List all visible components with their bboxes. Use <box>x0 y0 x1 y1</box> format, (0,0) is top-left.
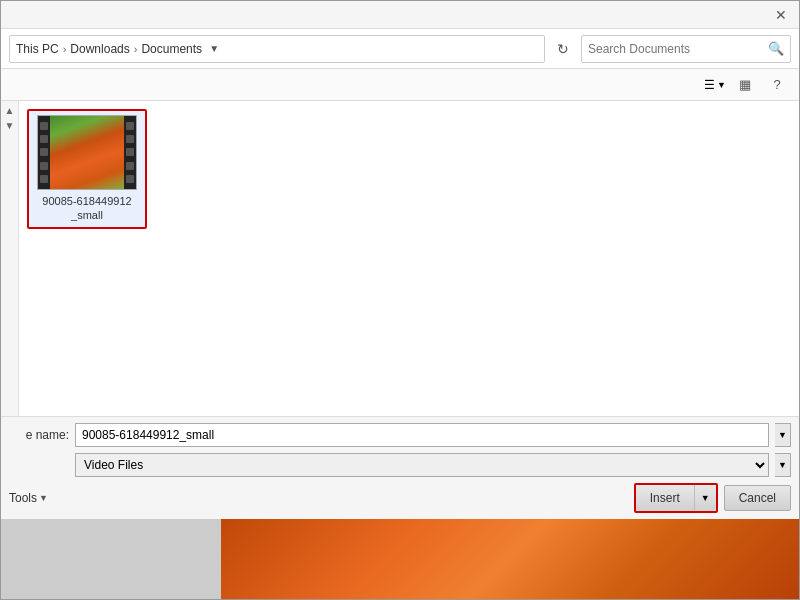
refresh-button[interactable]: ↻ <box>549 35 577 63</box>
video-content <box>50 116 124 189</box>
breadcrumb-this-pc: This PC <box>16 42 59 56</box>
view-dropdown-arrow: ▼ <box>717 80 726 90</box>
tools-dropdown-arrow[interactable]: ▼ <box>39 493 48 503</box>
film-strip-right <box>124 116 136 189</box>
address-row: This PC › Downloads › Documents ▼ ↻ 🔍 <box>1 29 799 69</box>
filetype-arrow[interactable]: ▼ <box>775 453 791 477</box>
search-box: 🔍 <box>581 35 791 63</box>
toolbar-row: ☰ ▼ ▦ ? <box>1 69 799 101</box>
filetype-select[interactable]: Video Files <box>75 453 769 477</box>
sidebar-up-arrow[interactable]: ▲ <box>5 105 15 116</box>
cancel-button[interactable]: Cancel <box>724 485 791 511</box>
preview-strip <box>1 519 799 599</box>
film-hole <box>126 135 134 143</box>
filetype-row: Video Files ▼ <box>9 453 791 477</box>
preview-right <box>221 519 799 599</box>
title-bar: ✕ <box>1 1 799 29</box>
filename-row: e name: ▼ <box>9 423 791 447</box>
content-area: ▲ ▼ <box>1 101 799 416</box>
file-name-label: 90085-618449912 _small <box>42 194 131 223</box>
file-thumbnail <box>37 115 137 190</box>
file-item[interactable]: 90085-618449912 _small <box>27 109 147 229</box>
search-input[interactable] <box>588 42 768 56</box>
breadcrumb[interactable]: This PC › Downloads › Documents ▼ <box>9 35 545 63</box>
breadcrumb-sep-2: › <box>134 43 138 55</box>
filename-dropdown[interactable]: ▼ <box>775 423 791 447</box>
sidebar: ▲ ▼ <box>1 101 19 416</box>
breadcrumb-sep-1: › <box>63 43 67 55</box>
film-hole <box>40 148 48 156</box>
breadcrumb-downloads: Downloads <box>70 42 129 56</box>
action-row: Tools ▼ Insert ▼ Cancel <box>9 483 791 513</box>
filename-input[interactable] <box>75 423 769 447</box>
film-hole <box>126 148 134 156</box>
breadcrumb-dropdown[interactable]: ▼ <box>206 41 222 57</box>
film-hole <box>126 162 134 170</box>
insert-button[interactable]: Insert <box>636 485 694 511</box>
help-button[interactable]: ? <box>763 73 791 97</box>
preview-image <box>221 519 799 599</box>
bottom-area: e name: ▼ Video Files ▼ Tools ▼ Insert ▼… <box>1 416 799 519</box>
file-area[interactable]: 90085-618449912 _small <box>19 101 799 416</box>
view-icon: ☰ <box>704 78 715 92</box>
breadcrumb-documents: Documents <box>141 42 202 56</box>
sidebar-down-arrow[interactable]: ▼ <box>5 120 15 131</box>
film-hole <box>40 175 48 183</box>
tools-group: Tools ▼ <box>9 491 48 505</box>
film-hole <box>40 162 48 170</box>
filename-label: e name: <box>9 428 69 442</box>
film-hole <box>40 135 48 143</box>
tools-label: Tools <box>9 491 37 505</box>
preview-left <box>1 519 221 599</box>
film-hole <box>126 175 134 183</box>
film-hole <box>126 122 134 130</box>
view-options-button[interactable]: ☰ ▼ <box>703 73 727 97</box>
file-dialog: ✕ This PC › Downloads › Documents ▼ ↻ 🔍 … <box>0 0 800 600</box>
insert-dropdown-button[interactable]: ▼ <box>694 485 716 511</box>
insert-button-group: Insert ▼ <box>634 483 718 513</box>
film-strip-left <box>38 116 50 189</box>
close-button[interactable]: ✕ <box>771 5 791 25</box>
film-hole <box>40 122 48 130</box>
pane-button[interactable]: ▦ <box>731 73 759 97</box>
search-icon: 🔍 <box>768 41 784 56</box>
